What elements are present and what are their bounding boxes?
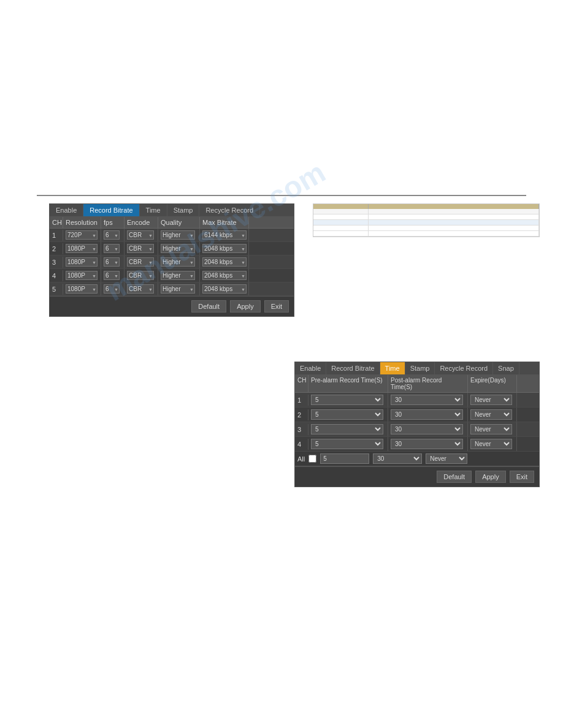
rt-table-row xyxy=(313,231,539,237)
exp-select-3[interactable]: Never xyxy=(470,424,512,434)
tab-time[interactable]: Time xyxy=(140,204,167,216)
tab-recycle-record[interactable]: Recycle Record xyxy=(199,204,260,216)
cell-ch-1: 1 xyxy=(50,230,63,241)
time-tab-recycle-record[interactable]: Recycle Record xyxy=(435,362,493,374)
qual-select-wrap-5: Higher xyxy=(161,284,195,294)
time-table-row: 4 5 30 Never xyxy=(295,437,539,452)
exp-select-4[interactable]: Never xyxy=(470,439,512,449)
fps-select-3[interactable]: 6 xyxy=(104,257,120,267)
col-header-ch: CH xyxy=(50,217,63,228)
col-header-fps: fps xyxy=(101,217,124,228)
max-select-3[interactable]: 2048 kbps xyxy=(202,257,247,267)
time-cell-post-1: 30 xyxy=(388,393,468,407)
rt-cell-1-1 xyxy=(313,209,369,214)
max-select-wrap-4: 2048 kbps xyxy=(202,271,247,280)
fps-select-4[interactable]: 6 xyxy=(104,271,120,280)
cell-fps-5: 6 xyxy=(101,282,124,295)
tab-stamp[interactable]: Stamp xyxy=(167,204,200,216)
time-cell-post-3: 30 xyxy=(388,422,468,436)
fps-select-2[interactable]: 6 xyxy=(104,244,120,253)
cell-ch-3: 3 xyxy=(50,257,63,268)
enc-select-2[interactable]: CBR xyxy=(127,244,154,253)
time-cell-post-2: 30 xyxy=(388,408,468,422)
enc-select-3[interactable]: CBR xyxy=(127,257,154,267)
fps-select-wrap-1: 6 xyxy=(104,230,120,240)
rt-cell-2-2 xyxy=(369,214,539,219)
pre-select-2[interactable]: 5 xyxy=(311,409,383,420)
time-cell-exp-3: Never xyxy=(468,422,517,436)
time-tab-snap[interactable]: Snap xyxy=(493,362,519,374)
pre-select-3[interactable]: 5 xyxy=(311,424,383,434)
max-select-4[interactable]: 2048 kbps xyxy=(202,271,247,280)
res-select-5[interactable]: 1080P xyxy=(66,284,98,294)
time-default-button[interactable]: Default xyxy=(437,471,472,483)
all-checkbox[interactable] xyxy=(308,455,316,463)
res-select-wrap-1: 720P1080P xyxy=(66,230,98,240)
cell-qual-4: Higher xyxy=(158,269,200,282)
fps-select-1[interactable]: 6 xyxy=(104,230,120,240)
all-exp-select[interactable]: Never xyxy=(426,453,467,464)
max-select-1[interactable]: 6144 kbps xyxy=(202,230,247,240)
cell-ch-4: 4 xyxy=(50,270,63,281)
time-cell-ch-1: 1 xyxy=(295,395,308,406)
bitrate-table-header: CH Resolution fps Encode Quality Max Bit… xyxy=(50,217,294,229)
max-select-5[interactable]: 2048 kbps xyxy=(202,284,247,294)
time-col-header-exp: Expire(Days) xyxy=(468,375,517,392)
apply-button[interactable]: Apply xyxy=(230,300,261,313)
record-bitrate-panel: Enable Record Bitrate Time Stamp Recycle… xyxy=(49,203,294,317)
post-select-3[interactable]: 30 xyxy=(391,424,463,434)
post-select-2[interactable]: 30 xyxy=(391,409,463,420)
right-table-panel xyxy=(313,203,540,237)
cell-enc-2: CBR xyxy=(124,242,158,255)
time-exit-button[interactable]: Exit xyxy=(510,471,534,483)
exit-button[interactable]: Exit xyxy=(264,300,289,313)
time-tab-enable[interactable]: Enable xyxy=(295,362,326,374)
qual-select-4[interactable]: Higher xyxy=(161,271,195,280)
post-select-4[interactable]: 30 xyxy=(391,439,463,449)
time-tab-record-bitrate[interactable]: Record Bitrate xyxy=(326,362,380,374)
enc-select-1[interactable]: CBR xyxy=(127,230,154,240)
post-select-1[interactable]: 30 xyxy=(391,395,463,405)
pre-select-1[interactable]: 5 xyxy=(311,395,383,405)
fps-select-wrap-2: 6 xyxy=(104,244,120,253)
time-cell-ch-4: 4 xyxy=(295,439,308,450)
qual-select-2[interactable]: Higher xyxy=(161,244,195,253)
res-select-1[interactable]: 720P1080P xyxy=(66,230,98,240)
res-select-2[interactable]: 1080P xyxy=(66,244,98,253)
exp-select-2[interactable]: Never xyxy=(470,409,512,420)
qual-select-wrap-2: Higher xyxy=(161,244,195,253)
time-apply-button[interactable]: Apply xyxy=(475,471,506,483)
time-panel: Enable Record Bitrate Time Stamp Recycle… xyxy=(294,362,540,487)
time-tab-time[interactable]: Time xyxy=(380,362,405,374)
all-pre-input[interactable] xyxy=(320,453,369,464)
enc-select-5[interactable]: CBR xyxy=(127,284,154,294)
enc-select-4[interactable]: CBR xyxy=(127,271,154,280)
rt-col-header-2 xyxy=(369,204,539,209)
col-header-encode: Encode xyxy=(124,217,158,228)
all-label: All xyxy=(297,455,305,463)
exp-select-1[interactable]: Never xyxy=(470,395,512,405)
pre-select-4[interactable]: 5 xyxy=(311,439,383,449)
res-select-3[interactable]: 1080P xyxy=(66,257,98,267)
rt-cell-5-2 xyxy=(369,231,539,236)
rt-table-row xyxy=(313,214,539,220)
time-cell-pre-4: 5 xyxy=(308,437,388,451)
time-tab-stamp[interactable]: Stamp xyxy=(405,362,435,374)
qual-select-3[interactable]: Higher xyxy=(161,257,195,267)
default-button[interactable]: Default xyxy=(191,300,226,313)
cell-res-1: 720P1080P xyxy=(63,229,101,241)
max-select-wrap-3: 2048 kbps xyxy=(202,257,247,267)
qual-select-5[interactable]: Higher xyxy=(161,284,195,294)
time-tab-bar: Enable Record Bitrate Time Stamp Recycle… xyxy=(295,362,539,375)
qual-select-1[interactable]: Higher xyxy=(161,230,195,240)
res-select-4[interactable]: 1080P xyxy=(66,271,98,280)
time-col-header-ch: CH xyxy=(295,375,308,392)
rt-col-header-1 xyxy=(313,204,369,209)
tab-record-bitrate[interactable]: Record Bitrate xyxy=(83,204,139,216)
tab-enable[interactable]: Enable xyxy=(50,204,83,216)
all-post-select[interactable]: 30 xyxy=(373,453,422,464)
max-select-2[interactable]: 2048 kbps xyxy=(202,244,247,253)
table-row: 5 1080P 6 CBR xyxy=(50,282,294,296)
cell-ch-5: 5 xyxy=(50,284,63,295)
fps-select-5[interactable]: 6 xyxy=(104,284,120,294)
